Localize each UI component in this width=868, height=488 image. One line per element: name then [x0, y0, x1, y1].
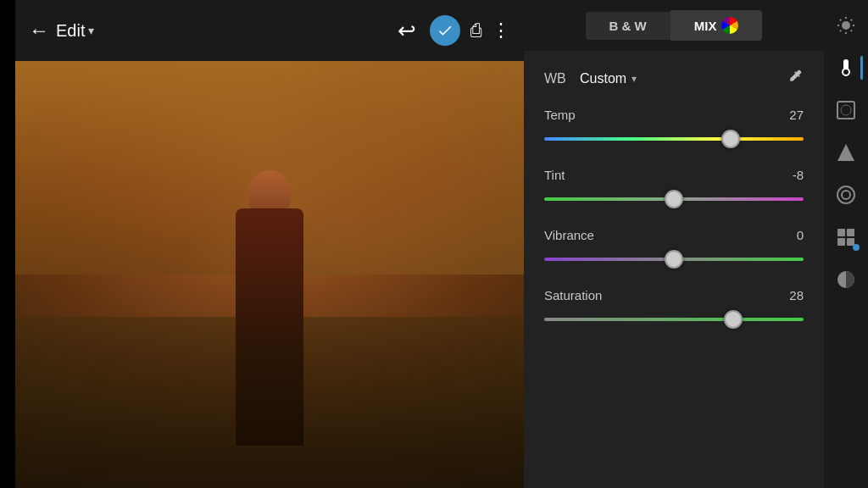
lens-svg: [836, 185, 856, 205]
temp-slider-row: Temp 27: [544, 108, 804, 147]
tint-thumb[interactable]: [665, 190, 683, 208]
sidebar-sun-icon[interactable]: [827, 7, 865, 44]
tone-svg: [836, 142, 856, 163]
more-button[interactable]: ⋮: [492, 19, 510, 42]
toolbar-center: ↩: [398, 15, 460, 46]
wb-chevron-icon: ▾: [632, 73, 637, 85]
svg-line-5: [840, 19, 841, 20]
vibrance-value: 0: [778, 228, 804, 242]
svg-line-8: [840, 30, 841, 31]
tint-slider-header: Tint -8: [544, 168, 804, 182]
svg-rect-15: [847, 229, 854, 236]
controls-area: WB Custom ▾ Temp 27 Tin: [524, 51, 824, 488]
tint-value: -8: [778, 168, 804, 182]
edit-dropdown[interactable]: Edit ▾: [56, 21, 94, 41]
saturation-track-container[interactable]: [544, 311, 804, 328]
saturation-track: [544, 318, 804, 321]
temp-value: 27: [778, 108, 804, 122]
wb-dropdown[interactable]: Custom ▾: [580, 71, 776, 86]
top-toolbar: ← Edit ▾ ↩ ⎙ ⋮: [15, 0, 524, 61]
saturation-label: Saturation: [544, 288, 602, 302]
vibrance-track-container[interactable]: [544, 251, 804, 268]
saturation-thumb[interactable]: [724, 310, 743, 329]
wb-row: WB Custom ▾: [544, 68, 804, 89]
vibrance-slider-row: Vibrance 0: [544, 228, 804, 268]
eyedropper-button[interactable]: [787, 68, 804, 89]
temp-track: [544, 137, 804, 141]
wb-value: Custom: [580, 71, 626, 86]
svg-rect-14: [837, 229, 845, 236]
svg-rect-9: [837, 102, 854, 119]
svg-point-12: [837, 186, 854, 203]
temp-track-container[interactable]: [544, 130, 804, 147]
mix-color-circle: [721, 17, 738, 34]
image-area: ← Edit ▾ ↩ ⎙ ⋮: [15, 0, 524, 488]
confirm-button[interactable]: [430, 15, 460, 46]
person-body: [236, 208, 303, 446]
person-silhouette: [202, 158, 337, 446]
edit-label-text: Edit: [56, 21, 85, 41]
svg-line-7: [851, 19, 852, 20]
undo-button[interactable]: ↩: [398, 18, 416, 44]
checkmark-icon: [437, 22, 453, 39]
temp-thumb[interactable]: [721, 130, 740, 148]
tint-slider-row: Tint -8: [544, 168, 804, 208]
sidebar-temperature-icon[interactable]: [827, 49, 865, 86]
toolbar-right: ⎙ ⋮: [470, 19, 510, 42]
right-sidebar: [824, 0, 868, 488]
sidebar-grid-icon[interactable]: [827, 219, 865, 256]
tint-track-container[interactable]: [544, 191, 804, 208]
tint-label: Tint: [544, 168, 565, 182]
badge-dot: [853, 244, 860, 251]
vibrance-label: Vibrance: [544, 228, 594, 242]
temp-slider-header: Temp 27: [544, 108, 804, 122]
vignette-svg: [836, 100, 856, 120]
svg-point-10: [841, 105, 851, 115]
effects-svg: [836, 269, 856, 290]
right-panel: B & W MIX WB Custom ▾ Temp 27: [524, 0, 824, 488]
tab-mix-label: MIX: [694, 19, 717, 33]
sun-svg: [836, 15, 856, 36]
tab-mix[interactable]: MIX: [670, 10, 763, 41]
temp-label: Temp: [544, 108, 576, 122]
back-button[interactable]: ←: [29, 19, 49, 42]
sidebar-lens-icon[interactable]: [827, 176, 865, 214]
sidebar-tone-icon[interactable]: [827, 134, 865, 171]
sidebar-vignette-icon[interactable]: [827, 92, 865, 129]
edit-chevron-icon: ▾: [88, 24, 94, 37]
active-indicator: [860, 56, 863, 80]
sidebar-effects-icon[interactable]: [827, 261, 865, 298]
eyedropper-svg: [787, 68, 804, 85]
svg-rect-16: [837, 238, 845, 246]
svg-point-13: [842, 191, 850, 199]
saturation-slider-header: Saturation 28: [544, 288, 804, 302]
saturation-value: 28: [778, 288, 804, 302]
left-bar: [0, 0, 15, 488]
tab-bw[interactable]: B & W: [586, 12, 670, 40]
svg-line-6: [851, 30, 852, 31]
toolbar-left: ← Edit ▾: [29, 19, 387, 42]
svg-marker-11: [837, 144, 854, 161]
svg-point-0: [842, 21, 850, 30]
photo-container: [15, 61, 524, 488]
saturation-slider-row: Saturation 28: [544, 288, 804, 328]
wb-label: WB: [544, 71, 570, 86]
photo-background: [15, 61, 524, 488]
vibrance-thumb[interactable]: [665, 250, 683, 269]
tab-bar: B & W MIX: [524, 0, 824, 51]
share-button[interactable]: ⎙: [470, 19, 481, 42]
vibrance-slider-header: Vibrance 0: [544, 228, 804, 242]
thermometer-svg: [836, 58, 856, 78]
